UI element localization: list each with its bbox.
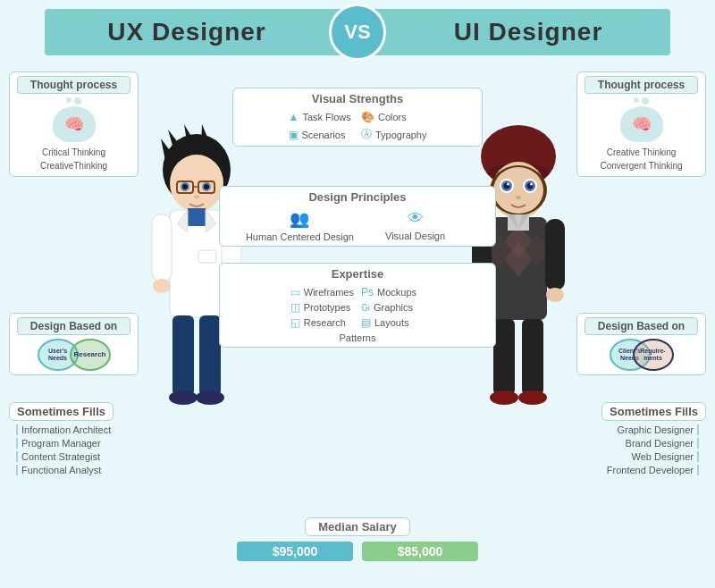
- vs-item-colors: 🎨 Colors: [361, 111, 426, 123]
- svg-point-26: [196, 391, 224, 405]
- ux-title: UX Designer: [107, 18, 266, 46]
- mockups-icon: Ps: [361, 286, 374, 298]
- typography-icon: Ⓐ: [361, 127, 372, 142]
- svg-point-57: [518, 391, 547, 405]
- svg-point-53: [546, 288, 564, 302]
- brain-icon-left: 🧠: [53, 106, 96, 142]
- design-based-left: Design Based on User's Needs Research: [9, 313, 139, 375]
- median-salary-section: Median Salary $95,000 $85,000: [206, 517, 509, 561]
- ui-salary-bar: $85,000: [362, 542, 478, 561]
- thought-process-right: Thought process 🧠 Creative Thinking Conv…: [576, 71, 706, 177]
- visual-strengths-title: Visual Strengths: [312, 92, 403, 105]
- dp-item-human: 👥 Human Centered Design: [246, 209, 354, 242]
- svg-marker-5: [201, 124, 211, 147]
- exp-wireframes: ▭ Wireframes: [290, 286, 354, 298]
- sometimes-right-title: Sometimes Fills: [601, 402, 706, 421]
- graphics-icon: Gi: [361, 303, 370, 313]
- sometimes-right-item-3: Frontend Developer: [601, 465, 699, 475]
- median-salary-title: Median Salary: [305, 517, 409, 536]
- venn-left-c2: Research: [70, 339, 111, 371]
- svg-point-21: [153, 279, 171, 293]
- svg-point-13: [194, 195, 199, 198]
- venn-left: User's Needs Research: [17, 339, 130, 371]
- exp-prototypes: ◫ Prototypes: [290, 301, 354, 314]
- svg-rect-15: [188, 208, 206, 226]
- svg-point-40: [530, 183, 533, 186]
- thought-right-text1: Creative Thinking: [607, 146, 677, 159]
- vs-item-typography: Ⓐ Typography: [361, 127, 426, 142]
- expertise-title: Expertise: [332, 267, 384, 281]
- colors-icon: 🎨: [361, 111, 374, 123]
- thought-right-text2: Convergent Thinking: [600, 159, 682, 172]
- design-principles-section: Design Principles 👥 Human Centered Desig…: [219, 186, 496, 247]
- expertise-section: Expertise ▭ Wireframes Ps Mockups ◫ Prot…: [219, 263, 496, 348]
- layouts-label: Layouts: [374, 317, 409, 328]
- sometimes-right-item-0: Graphic Designer: [601, 424, 699, 435]
- vs-item-scenarios: ▣ Scenarios: [289, 127, 354, 142]
- vs-label: VS: [344, 21, 370, 44]
- design-based-right-label: Design Based on: [585, 317, 698, 335]
- exp-layouts: ▤ Layouts: [361, 316, 425, 329]
- research-label: Research: [304, 317, 346, 328]
- visual-strengths-grid: ▲ Task Flows 🎨 Colors ▣ Scenarios Ⓐ Typo…: [289, 111, 427, 142]
- human-centered-icon: 👥: [290, 209, 309, 229]
- thought-left-text1: Critical Thinking: [42, 146, 105, 159]
- sometimes-left-item-0: Information Architect: [16, 424, 114, 435]
- bubble3: [634, 97, 639, 103]
- sometimes-right-item-2: Web Designer: [601, 451, 699, 462]
- design-based-left-label: Design Based on: [17, 317, 130, 335]
- typography-label: Typography: [375, 130, 426, 140]
- sometimes-right-item-1: Brand Designer: [601, 438, 699, 449]
- header: UX Designer UI Designer VS: [45, 9, 670, 55]
- venn-right-text2: Require-ments: [635, 348, 672, 363]
- thought-process-left: Thought process 🧠 Critical Thinking Crea…: [9, 71, 139, 177]
- layouts-icon: ▤: [361, 316, 371, 329]
- ui-title: UI Designer: [454, 18, 603, 46]
- exp-research: ◱ Research: [290, 316, 354, 329]
- sometimes-left-item-2: Content Strategist: [16, 451, 114, 462]
- sometimes-left-item-1: Program Manager: [16, 438, 114, 449]
- svg-rect-23: [172, 315, 194, 396]
- sometimes-left-list: Information Architect Program Manager Co…: [9, 424, 114, 475]
- ux-title-area: UX Designer: [45, 18, 329, 46]
- sometimes-right-list: Graphic Designer Brand Designer Web Desi…: [601, 424, 706, 475]
- wireframes-icon: ▭: [290, 286, 300, 298]
- sometimes-fills-right: Sometimes Fills Graphic Designer Brand D…: [601, 402, 706, 478]
- svg-point-12: [204, 184, 209, 189]
- svg-point-39: [507, 183, 509, 186]
- thought-right-label: Thought process: [585, 76, 698, 94]
- svg-rect-54: [493, 319, 515, 395]
- colors-label: Colors: [378, 112, 407, 122]
- bubble1: [66, 97, 72, 103]
- svg-rect-24: [199, 315, 221, 396]
- venn-left-text2: Research: [73, 350, 105, 359]
- design-principles-grid: 👥 Human Centered Design 👁 Visual Design: [246, 209, 469, 242]
- thought-left-label: Thought process: [17, 76, 130, 94]
- svg-point-11: [182, 184, 188, 189]
- bubble2: [74, 97, 81, 105]
- expertise-grid: ▭ Wireframes Ps Mockups ◫ Prototypes Gi …: [290, 286, 425, 329]
- scenarios-label: Scenarios: [302, 130, 346, 140]
- visual-strengths-section: Visual Strengths ▲ Task Flows 🎨 Colors ▣…: [232, 88, 483, 147]
- svg-point-29: [529, 135, 540, 146]
- dp-item-visual: 👁 Visual Design: [361, 209, 469, 242]
- design-based-right: Design Based on Client's Needs Require-m…: [576, 313, 706, 375]
- sometimes-left-item-3: Functional Analyst: [16, 465, 114, 475]
- exp-graphics: Gi Graphics: [361, 301, 425, 314]
- ui-salary-bar-wrap: $85,000: [362, 542, 478, 561]
- bubble-row-right: [634, 97, 649, 105]
- thought-left-text2: CreativeThinking: [40, 159, 107, 172]
- svg-rect-55: [522, 319, 543, 395]
- scenarios-icon: ▣: [289, 129, 299, 141]
- ux-salary-bar-wrap: $95,000: [237, 542, 353, 561]
- graphics-label: Graphics: [374, 302, 413, 313]
- venn-right: Client's Needs Require-ments: [585, 339, 698, 371]
- sometimes-fills-left: Sometimes Fills Information Architect Pr…: [9, 402, 114, 478]
- prototypes-icon: ◫: [290, 301, 300, 314]
- svg-rect-19: [152, 214, 172, 281]
- svg-point-41: [516, 196, 521, 199]
- salary-bars: $95,000 $85,000: [237, 542, 478, 561]
- wireframes-label: Wireframes: [304, 287, 354, 298]
- research-icon: ◱: [290, 316, 300, 329]
- venn-left-text1: User's Needs: [48, 348, 67, 363]
